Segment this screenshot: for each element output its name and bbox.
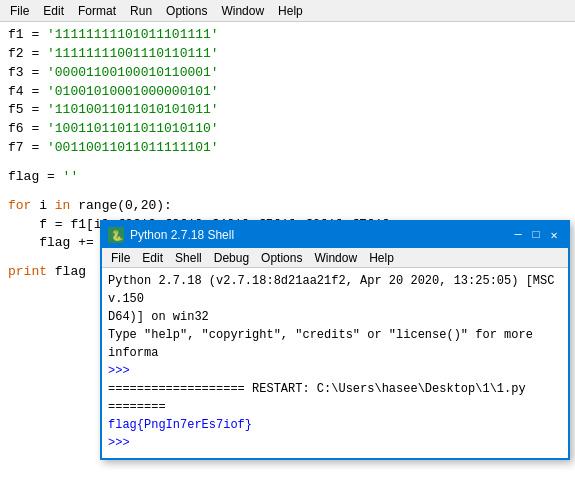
main-menu-bar: File Edit Format Run Options Window Help (0, 0, 575, 22)
shell-title-text: Python 2.7.18 Shell (130, 228, 508, 242)
code-line-f6: f6 = '10011011011011010110' (8, 120, 567, 139)
code-line-f7: f7 = '00110011011011111101' (8, 139, 567, 158)
menu-window[interactable]: Window (215, 2, 270, 20)
code-line-f3: f3 = '00001100100010110001' (8, 64, 567, 83)
shell-close-btn[interactable]: ✕ (546, 227, 562, 243)
shell-menu-options[interactable]: Options (256, 250, 307, 266)
menu-file[interactable]: File (4, 2, 35, 20)
shell-menu-debug[interactable]: Debug (209, 250, 254, 266)
shell-prompt2: >>> (108, 434, 562, 452)
shell-title-bar: 🐍 Python 2.7.18 Shell ─ □ ✕ (102, 222, 568, 248)
shell-restart-line: =================== RESTART: C:\Users\ha… (108, 380, 562, 416)
menu-format[interactable]: Format (72, 2, 122, 20)
shell-info-line2: D64)] on win32 (108, 308, 562, 326)
code-line-f2: f2 = '11111111001110110111' (8, 45, 567, 64)
shell-info-line3: Type "help", "copyright", "credits" or "… (108, 326, 562, 362)
menu-help[interactable]: Help (272, 2, 309, 20)
menu-run[interactable]: Run (124, 2, 158, 20)
shell-minimize-btn[interactable]: ─ (510, 227, 526, 243)
shell-flag-output: flag{PngIn7erEs7iof} (108, 416, 562, 434)
shell-maximize-btn[interactable]: □ (528, 227, 544, 243)
main-window: File Edit Format Run Options Window Help… (0, 0, 575, 501)
shell-menu-file[interactable]: File (106, 250, 135, 266)
shell-prompt1: >>> (108, 362, 562, 380)
code-loop-line1: for i in range(0,20): (8, 197, 567, 216)
shell-menu-shell[interactable]: Shell (170, 250, 207, 266)
code-flag-init: flag = '' (8, 168, 567, 187)
code-line-f4: f4 = '01001010001000000101' (8, 83, 567, 102)
shell-menu-edit[interactable]: Edit (137, 250, 168, 266)
shell-icon: 🐍 (108, 227, 124, 243)
shell-info-line1: Python 2.7.18 (v2.7.18:8d21aa21f2, Apr 2… (108, 272, 562, 308)
shell-window[interactable]: 🐍 Python 2.7.18 Shell ─ □ ✕ File Edit Sh… (100, 220, 570, 460)
shell-menu-bar: File Edit Shell Debug Options Window Hel… (102, 248, 568, 268)
code-line-f1: f1 = '11111111101011101111' (8, 26, 567, 45)
svg-text:🐍: 🐍 (111, 229, 124, 242)
shell-content[interactable]: Python 2.7.18 (v2.7.18:8d21aa21f2, Apr 2… (102, 268, 568, 458)
menu-edit[interactable]: Edit (37, 2, 70, 20)
shell-menu-window[interactable]: Window (309, 250, 362, 266)
shell-menu-help[interactable]: Help (364, 250, 399, 266)
code-line-f5: f5 = '11010011011010101011' (8, 101, 567, 120)
menu-options[interactable]: Options (160, 2, 213, 20)
